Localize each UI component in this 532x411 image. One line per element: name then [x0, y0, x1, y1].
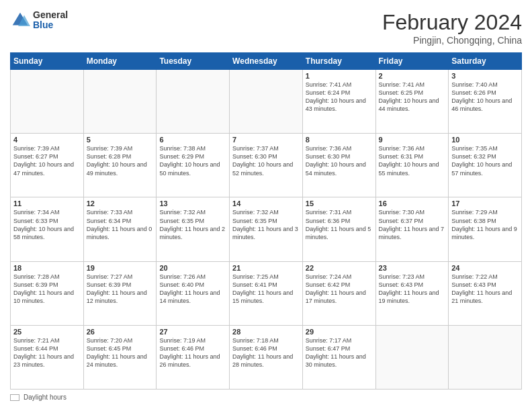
calendar-cell: 27Sunrise: 7:19 AM Sunset: 6:46 PM Dayli…	[157, 325, 230, 389]
calendar-header-saturday: Saturday	[449, 53, 522, 70]
legend-box	[10, 394, 19, 401]
calendar-cell: 21Sunrise: 7:25 AM Sunset: 6:41 PM Dayli…	[230, 261, 303, 325]
day-info: Sunrise: 7:19 AM Sunset: 6:46 PM Dayligh…	[159, 336, 226, 369]
day-number: 5	[87, 136, 154, 144]
calendar-week-row: 11Sunrise: 7:34 AM Sunset: 6:33 PM Dayli…	[11, 197, 522, 261]
day-info: Sunrise: 7:28 AM Sunset: 6:39 PM Dayligh…	[13, 273, 81, 306]
day-number: 21	[232, 264, 300, 272]
logo-blue-text: Blue	[33, 20, 68, 30]
calendar-cell: 17Sunrise: 7:29 AM Sunset: 6:38 PM Dayli…	[449, 197, 522, 261]
day-info: Sunrise: 7:26 AM Sunset: 6:40 PM Dayligh…	[159, 273, 226, 306]
calendar-header-tuesday: Tuesday	[157, 53, 230, 70]
calendar-cell: 19Sunrise: 7:27 AM Sunset: 6:39 PM Dayli…	[83, 261, 157, 325]
day-info: Sunrise: 7:20 AM Sunset: 6:45 PM Dayligh…	[87, 336, 154, 369]
calendar-cell: 5Sunrise: 7:39 AM Sunset: 6:28 PM Daylig…	[83, 134, 157, 197]
calendar-header-sunday: Sunday	[11, 53, 84, 70]
day-info: Sunrise: 7:40 AM Sunset: 6:26 PM Dayligh…	[451, 81, 519, 113]
calendar-cell: 18Sunrise: 7:28 AM Sunset: 6:39 PM Dayli…	[11, 261, 84, 325]
day-info: Sunrise: 7:17 AM Sunset: 6:47 PM Dayligh…	[306, 336, 373, 369]
day-number: 10	[451, 136, 519, 144]
logo: General Blue	[10, 10, 68, 31]
day-info: Sunrise: 7:33 AM Sunset: 6:34 PM Dayligh…	[87, 208, 154, 241]
calendar-cell: 10Sunrise: 7:35 AM Sunset: 6:32 PM Dayli…	[449, 134, 522, 197]
day-number: 11	[13, 199, 81, 208]
day-info: Sunrise: 7:39 AM Sunset: 6:28 PM Dayligh…	[87, 144, 154, 177]
calendar-header-row: SundayMondayTuesdayWednesdayThursdayFrid…	[11, 53, 522, 70]
day-number: 18	[13, 264, 81, 272]
logo-text: General Blue	[33, 10, 68, 31]
day-number: 3	[451, 72, 519, 80]
day-info: Sunrise: 7:21 AM Sunset: 6:44 PM Dayligh…	[13, 336, 81, 369]
day-info: Sunrise: 7:18 AM Sunset: 6:46 PM Dayligh…	[232, 336, 300, 369]
header: General Blue February 2024 Pingjin, Chon…	[10, 10, 522, 46]
calendar-cell: 3Sunrise: 7:40 AM Sunset: 6:26 PM Daylig…	[449, 70, 522, 134]
day-number: 24	[451, 264, 519, 272]
day-number: 7	[232, 136, 300, 144]
day-info: Sunrise: 7:36 AM Sunset: 6:31 PM Dayligh…	[379, 144, 446, 177]
calendar-cell: 14Sunrise: 7:32 AM Sunset: 6:35 PM Dayli…	[230, 197, 303, 261]
calendar-cell: 11Sunrise: 7:34 AM Sunset: 6:33 PM Dayli…	[11, 197, 84, 261]
day-number: 14	[232, 199, 300, 208]
calendar-cell: 9Sunrise: 7:36 AM Sunset: 6:31 PM Daylig…	[375, 134, 449, 197]
day-number: 23	[379, 264, 446, 272]
calendar-week-row: 25Sunrise: 7:21 AM Sunset: 6:44 PM Dayli…	[11, 325, 522, 389]
day-number: 6	[159, 136, 226, 144]
calendar-week-row: 1Sunrise: 7:41 AM Sunset: 6:24 PM Daylig…	[11, 70, 522, 134]
day-info: Sunrise: 7:24 AM Sunset: 6:42 PM Dayligh…	[306, 273, 373, 306]
calendar-cell: 6Sunrise: 7:38 AM Sunset: 6:29 PM Daylig…	[157, 134, 230, 197]
calendar-cell: 28Sunrise: 7:18 AM Sunset: 6:46 PM Dayli…	[230, 325, 303, 389]
day-info: Sunrise: 7:29 AM Sunset: 6:38 PM Dayligh…	[451, 208, 519, 241]
calendar-cell: 16Sunrise: 7:30 AM Sunset: 6:37 PM Dayli…	[375, 197, 449, 261]
logo-general-text: General	[33, 10, 68, 20]
day-info: Sunrise: 7:37 AM Sunset: 6:30 PM Dayligh…	[232, 144, 300, 177]
legend-label: Daylight hours	[24, 394, 66, 401]
day-number: 9	[379, 136, 446, 144]
calendar-cell: 15Sunrise: 7:31 AM Sunset: 6:36 PM Dayli…	[302, 197, 375, 261]
calendar-cell	[11, 70, 84, 134]
day-number: 13	[159, 199, 226, 208]
calendar-week-row: 4Sunrise: 7:39 AM Sunset: 6:27 PM Daylig…	[11, 134, 522, 197]
logo-icon	[10, 10, 30, 30]
calendar-cell	[375, 325, 449, 389]
month-title: February 2024	[382, 10, 522, 35]
day-number: 29	[306, 328, 373, 336]
day-info: Sunrise: 7:38 AM Sunset: 6:29 PM Dayligh…	[159, 144, 226, 177]
day-number: 20	[159, 264, 226, 272]
calendar-cell: 13Sunrise: 7:32 AM Sunset: 6:35 PM Dayli…	[157, 197, 230, 261]
calendar-cell: 22Sunrise: 7:24 AM Sunset: 6:42 PM Dayli…	[302, 261, 375, 325]
calendar-cell	[449, 325, 522, 389]
calendar-header-friday: Friday	[375, 53, 449, 70]
calendar-cell: 1Sunrise: 7:41 AM Sunset: 6:24 PM Daylig…	[302, 70, 375, 134]
calendar-cell: 24Sunrise: 7:22 AM Sunset: 6:43 PM Dayli…	[449, 261, 522, 325]
day-info: Sunrise: 7:31 AM Sunset: 6:36 PM Dayligh…	[306, 208, 373, 241]
day-info: Sunrise: 7:22 AM Sunset: 6:43 PM Dayligh…	[451, 273, 519, 306]
calendar-cell: 20Sunrise: 7:26 AM Sunset: 6:40 PM Dayli…	[157, 261, 230, 325]
day-info: Sunrise: 7:32 AM Sunset: 6:35 PM Dayligh…	[159, 208, 226, 241]
calendar-cell: 8Sunrise: 7:36 AM Sunset: 6:30 PM Daylig…	[302, 134, 375, 197]
day-number: 15	[306, 199, 373, 208]
day-number: 25	[13, 328, 81, 336]
day-number: 2	[379, 72, 446, 80]
day-info: Sunrise: 7:41 AM Sunset: 6:24 PM Dayligh…	[306, 81, 373, 113]
location: Pingjin, Chongqing, China	[382, 35, 522, 46]
calendar-header-monday: Monday	[83, 53, 157, 70]
day-number: 22	[306, 264, 373, 272]
calendar-cell: 23Sunrise: 7:23 AM Sunset: 6:43 PM Dayli…	[375, 261, 449, 325]
day-number: 26	[87, 328, 154, 336]
day-info: Sunrise: 7:27 AM Sunset: 6:39 PM Dayligh…	[87, 273, 154, 306]
calendar-cell: 29Sunrise: 7:17 AM Sunset: 6:47 PM Dayli…	[302, 325, 375, 389]
day-info: Sunrise: 7:25 AM Sunset: 6:41 PM Dayligh…	[232, 273, 300, 306]
calendar-cell: 26Sunrise: 7:20 AM Sunset: 6:45 PM Dayli…	[83, 325, 157, 389]
calendar-cell	[230, 70, 303, 134]
day-info: Sunrise: 7:39 AM Sunset: 6:27 PM Dayligh…	[13, 144, 81, 177]
calendar-cell: 12Sunrise: 7:33 AM Sunset: 6:34 PM Dayli…	[83, 197, 157, 261]
calendar-cell: 25Sunrise: 7:21 AM Sunset: 6:44 PM Dayli…	[11, 325, 84, 389]
calendar-header-thursday: Thursday	[302, 53, 375, 70]
calendar-table: SundayMondayTuesdayWednesdayThursdayFrid…	[10, 52, 522, 390]
day-number: 1	[306, 72, 373, 80]
calendar-cell: 4Sunrise: 7:39 AM Sunset: 6:27 PM Daylig…	[11, 134, 84, 197]
calendar-cell	[83, 70, 157, 134]
page: General Blue February 2024 Pingjin, Chon…	[0, 0, 532, 411]
calendar-header-wednesday: Wednesday	[230, 53, 303, 70]
calendar-cell: 7Sunrise: 7:37 AM Sunset: 6:30 PM Daylig…	[230, 134, 303, 197]
